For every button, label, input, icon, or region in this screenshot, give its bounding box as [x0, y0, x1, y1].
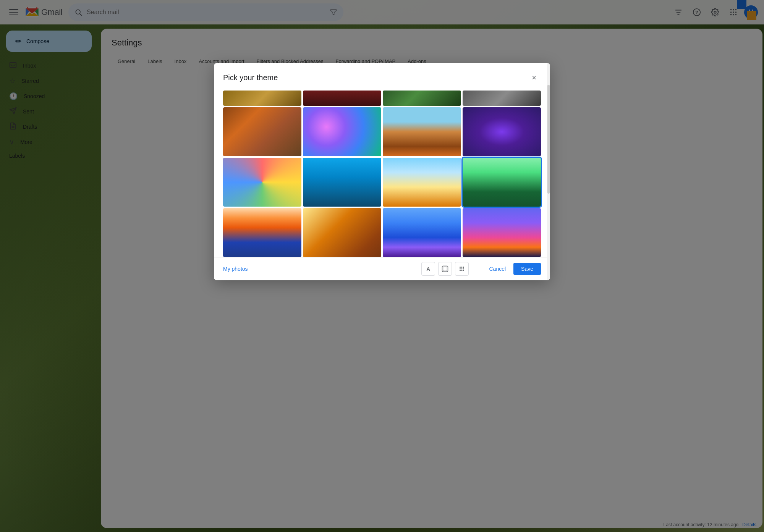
- theme-modal: Pick your theme × My photos: [214, 63, 550, 280]
- theme-stone[interactable]: [463, 91, 541, 106]
- svg-point-22: [463, 267, 464, 268]
- theme-spinner[interactable]: [223, 158, 301, 207]
- theme-blur-option[interactable]: [455, 262, 469, 276]
- theme-canyon[interactable]: [383, 107, 461, 156]
- theme-options: A: [421, 262, 469, 276]
- svg-rect-19: [443, 267, 447, 271]
- svg-point-28: [463, 270, 464, 271]
- cancel-button[interactable]: Cancel: [481, 263, 513, 275]
- theme-grid: [223, 91, 541, 257]
- theme-beach[interactable]: [383, 158, 461, 207]
- modal-footer: My photos A Cancel: [214, 257, 550, 280]
- svg-point-27: [461, 270, 463, 271]
- modal-header: Pick your theme ×: [214, 63, 550, 91]
- save-button[interactable]: Save: [513, 263, 541, 275]
- theme-wood[interactable]: [223, 91, 301, 106]
- modal-title: Pick your theme: [223, 73, 278, 82]
- svg-point-26: [460, 270, 461, 271]
- theme-leaves[interactable]: [383, 91, 461, 106]
- my-photos-link[interactable]: My photos: [223, 266, 421, 272]
- svg-point-25: [463, 268, 464, 270]
- theme-grid-container[interactable]: [214, 91, 550, 257]
- modal-close-button[interactable]: ×: [527, 71, 541, 84]
- theme-forest[interactable]: [463, 158, 541, 207]
- svg-text:A: A: [427, 266, 431, 272]
- svg-point-23: [460, 268, 461, 270]
- theme-city[interactable]: [383, 208, 461, 257]
- svg-point-20: [460, 267, 461, 268]
- svg-point-24: [461, 268, 463, 270]
- theme-autumn[interactable]: [223, 107, 301, 156]
- svg-point-21: [461, 267, 463, 268]
- theme-desert[interactable]: [303, 208, 381, 257]
- scroll-thumb: [547, 85, 550, 194]
- footer-divider: [478, 264, 478, 273]
- theme-golden-gate[interactable]: [223, 208, 301, 257]
- scrollbar[interactable]: [547, 63, 550, 280]
- theme-lake[interactable]: [303, 158, 381, 207]
- theme-sunset-clouds[interactable]: [463, 208, 541, 257]
- theme-dark-red[interactable]: [303, 91, 381, 106]
- theme-jellyfish[interactable]: [463, 107, 541, 156]
- theme-text-option[interactable]: A: [421, 262, 435, 276]
- theme-bokeh[interactable]: [303, 107, 381, 156]
- theme-vignette-option[interactable]: [438, 262, 452, 276]
